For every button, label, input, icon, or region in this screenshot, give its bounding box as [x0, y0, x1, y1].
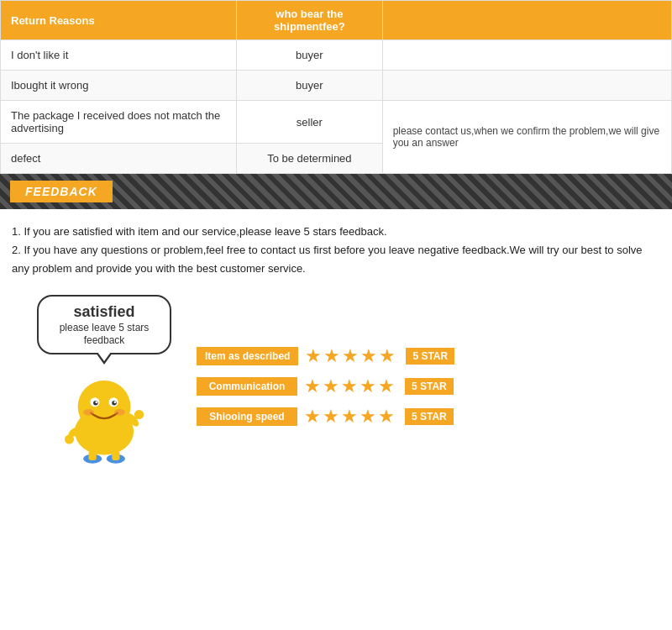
- star-icon: ★: [323, 406, 339, 428]
- table-row-bearer-2: seller: [237, 101, 383, 144]
- feedback-label: FEEDBACK: [10, 181, 113, 202]
- rating-label-1: Communication: [197, 377, 297, 396]
- speech-bubble: satisfied please leave 5 stars feedback: [37, 295, 171, 354]
- rating-row-1: Communication★★★★★5 STAR: [197, 375, 660, 397]
- svg-point-12: [65, 435, 74, 444]
- table-row-note-2: please contact us,when we confirm the pr…: [382, 101, 671, 174]
- feedback-line-2: 2. If you have any questions or problem,…: [12, 241, 660, 278]
- star-section: satisfied please leave 5 stars feedback: [0, 286, 672, 487]
- rating-row-0: Item as described★★★★★5 STAR: [197, 345, 660, 367]
- star-badge-2: 5 STAR: [405, 408, 454, 425]
- svg-point-7: [114, 402, 117, 404]
- table-row-bearer-0: buyer: [237, 40, 383, 71]
- svg-rect-16: [89, 451, 97, 460]
- stars-0: ★★★★★: [305, 345, 396, 367]
- star-badge-0: 5 STAR: [406, 348, 454, 365]
- star-icon: ★: [323, 345, 340, 367]
- svg-rect-17: [112, 451, 119, 460]
- satisfied-text: satisfied: [50, 303, 158, 321]
- ratings-area: Item as described★★★★★5 STARCommunicatio…: [197, 295, 660, 428]
- table-row-reason-0: I don't like it: [1, 40, 237, 71]
- table-row-reason-2: The package I received does not match th…: [1, 101, 237, 144]
- stars-2: ★★★★★: [304, 406, 395, 428]
- mascot-svg: [58, 370, 150, 470]
- star-icon: ★: [360, 406, 376, 428]
- star-icon: ★: [378, 406, 395, 428]
- star-icon: ★: [342, 345, 359, 367]
- leave-text: please leave 5 stars feedback: [60, 322, 150, 346]
- stars-1: ★★★★★: [304, 375, 395, 397]
- rating-label-0: Item as described: [197, 347, 298, 365]
- table-row-note-1: [382, 71, 671, 101]
- star-icon: ★: [360, 345, 377, 367]
- col-header-note: [382, 1, 671, 40]
- svg-point-8: [83, 409, 94, 415]
- star-icon: ★: [341, 375, 358, 397]
- star-icon: ★: [305, 345, 322, 367]
- rating-label-2: Shiooing speed: [197, 407, 297, 426]
- svg-point-6: [95, 402, 97, 404]
- star-icon: ★: [304, 406, 321, 428]
- table-row-bearer-3: To be determined: [237, 144, 383, 174]
- star-icon: ★: [360, 375, 376, 397]
- star-icon: ★: [379, 345, 396, 367]
- table-row-reason-1: Ibought it wrong: [1, 71, 237, 101]
- feedback-line-1: 1. If you are satisfied with item and ou…: [12, 223, 660, 241]
- return-reasons-table: Return Reasons who bear the shipmentfee?…: [0, 0, 672, 174]
- table-row-note-0: [382, 40, 671, 71]
- svg-point-13: [134, 410, 144, 419]
- star-badge-1: 5 STAR: [405, 378, 454, 395]
- star-icon: ★: [323, 375, 339, 397]
- svg-point-9: [114, 409, 125, 415]
- col-header-bearer: who bear the shipmentfee?: [237, 1, 383, 40]
- feedback-banner: FEEDBACK: [0, 174, 672, 209]
- feedback-text-section: 1. If you are satisfied with item and ou…: [0, 209, 672, 286]
- table-row-bearer-1: buyer: [237, 71, 383, 101]
- rating-row-2: Shiooing speed★★★★★5 STAR: [197, 406, 660, 428]
- table-row-reason-3: defect: [1, 144, 237, 174]
- col-header-reason: Return Reasons: [1, 1, 237, 40]
- mascot-area: satisfied please leave 5 stars feedback: [12, 295, 197, 470]
- star-icon: ★: [341, 406, 358, 428]
- star-icon: ★: [304, 375, 321, 397]
- star-icon: ★: [378, 375, 395, 397]
- svg-point-1: [78, 381, 131, 433]
